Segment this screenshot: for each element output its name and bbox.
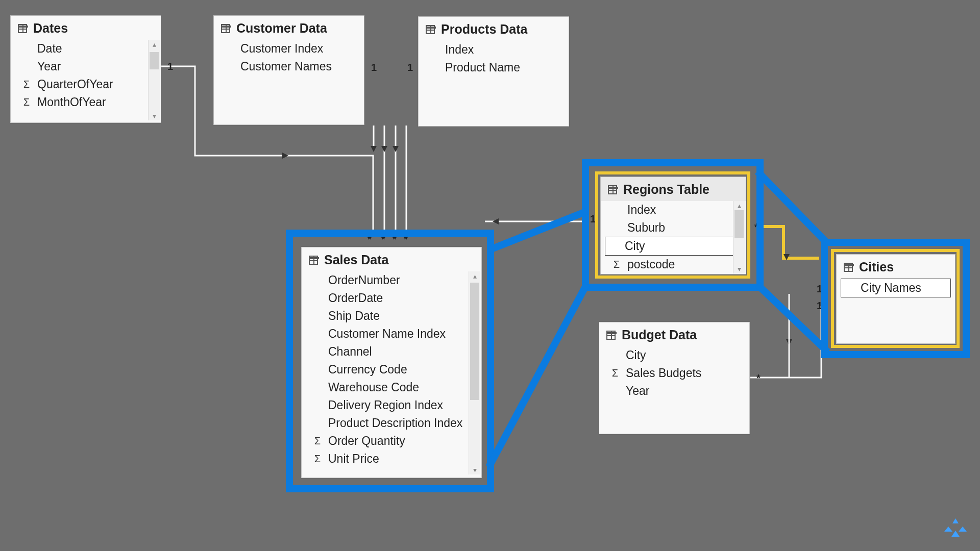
- table-sales[interactable]: Sales Data OrderNumber OrderDate Ship Da…: [301, 247, 482, 478]
- svg-marker-6: [783, 254, 790, 260]
- table-title: Dates: [33, 21, 68, 36]
- field: Year: [599, 382, 749, 400]
- brand-logo: [943, 516, 968, 541]
- field: Year: [11, 58, 161, 76]
- table-icon: [18, 24, 27, 33]
- table-title: Regions Table: [623, 182, 709, 197]
- table-icon: [426, 25, 435, 34]
- table-dates[interactable]: Dates Date Year ΣQuarterOfYear ΣMonthOfY…: [10, 15, 161, 123]
- field: ΣQuarterOfYear: [11, 76, 161, 93]
- card-dates-1: 1: [167, 61, 173, 72]
- svg-marker-0: [282, 153, 288, 159]
- field: Warehouse Code: [302, 379, 481, 396]
- table-products[interactable]: Products Data Index Product Name: [418, 16, 569, 127]
- svg-line-8: [489, 284, 587, 467]
- svg-marker-5: [786, 339, 792, 345]
- field: ΣOrder Quantity: [302, 432, 481, 450]
- table-icon: [608, 185, 617, 194]
- field-selected: City Names: [841, 279, 951, 297]
- svg-marker-2: [371, 146, 377, 152]
- field: Customer Name Index: [302, 325, 481, 343]
- table-title: Budget Data: [622, 328, 697, 342]
- table-icon: [606, 331, 616, 340]
- svg-marker-13: [959, 527, 967, 532]
- table-budget[interactable]: Budget Data City ΣSales Budgets Year: [599, 322, 750, 434]
- field: Suburb: [601, 219, 746, 237]
- field: Ship Date: [302, 307, 481, 325]
- svg-line-7: [489, 211, 587, 250]
- field: ΣMonthOfYear: [11, 93, 161, 111]
- field: City: [599, 346, 749, 364]
- table-title: Sales Data: [324, 253, 388, 267]
- svg-marker-11: [952, 518, 959, 523]
- svg-marker-4: [493, 218, 499, 224]
- field: Σpostcode: [601, 256, 746, 273]
- table-cities[interactable]: Cities City Names: [836, 254, 955, 344]
- scrollbar[interactable]: ▴ ▾: [733, 201, 745, 273]
- card-budget-m: *: [756, 372, 761, 384]
- table-regions[interactable]: Regions Table Index Suburb City Σpostcod…: [600, 177, 746, 274]
- svg-marker-14: [951, 531, 960, 537]
- field: Product Description Index: [302, 414, 481, 432]
- field: Date: [11, 40, 161, 58]
- field: Delivery Region Index: [302, 396, 481, 414]
- table-title: Customer Data: [236, 21, 327, 36]
- field: Index: [601, 201, 746, 219]
- svg-marker-12: [944, 527, 952, 532]
- field: OrderDate: [302, 289, 481, 307]
- scrollbar[interactable]: ▴ ▾: [148, 40, 160, 120]
- table-title: Cities: [859, 260, 894, 274]
- svg-marker-3: [393, 146, 399, 152]
- table-icon: [844, 263, 853, 272]
- table-icon: [309, 256, 318, 265]
- field: Channel: [302, 343, 481, 361]
- field: Currency Code: [302, 361, 481, 379]
- table-icon: [221, 24, 230, 33]
- card-customer-1a: 1: [371, 62, 377, 73]
- field: Customer Index: [214, 40, 364, 58]
- field: Index: [419, 41, 569, 59]
- field: ΣSales Budgets: [599, 364, 749, 382]
- field: Customer Names: [214, 58, 364, 76]
- field: Product Name: [419, 59, 569, 77]
- field: OrderNumber: [302, 271, 481, 289]
- card-customer-1b: 1: [407, 62, 413, 73]
- field-selected: City: [605, 237, 742, 256]
- scrollbar[interactable]: ▴ ▾: [469, 271, 480, 474]
- field: ΣUnit Price: [302, 450, 481, 468]
- table-title: Products Data: [441, 22, 527, 37]
- table-customer[interactable]: Customer Data Customer Index Customer Na…: [213, 15, 364, 125]
- svg-line-9: [757, 171, 828, 244]
- svg-marker-1: [381, 146, 387, 152]
